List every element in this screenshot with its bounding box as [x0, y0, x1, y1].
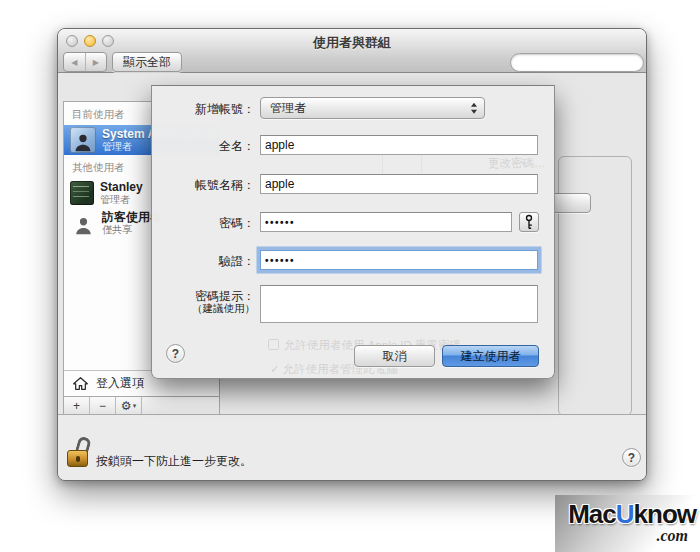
chevron-down-icon: ▾	[133, 402, 137, 410]
search-field[interactable]	[510, 53, 644, 72]
home-icon	[72, 376, 89, 391]
password-hint-note: （建議使用）	[152, 302, 255, 316]
lock-message: 按鎖頭一下防止進一步更改。	[96, 453, 252, 470]
watermark-brand: MacUknow	[555, 501, 696, 527]
sheet-help-button[interactable]: ?	[166, 344, 185, 363]
password-label: 密碼：	[152, 215, 255, 232]
account-type-label: 新增帳號：	[152, 101, 255, 118]
stanley-avatar	[70, 181, 94, 205]
password-hint-field[interactable]	[260, 285, 538, 323]
full-name-field[interactable]	[260, 135, 538, 155]
gear-menu-button[interactable]: ⚙▾	[116, 397, 142, 414]
full-name-label: 全名：	[152, 138, 255, 155]
account-name-field[interactable]	[260, 174, 538, 194]
key-icon	[524, 214, 534, 230]
search-input[interactable]	[516, 55, 647, 70]
page: 使用者與群組 ◀ ▶ 顯示全部 目前使用者 System Admin	[0, 0, 700, 552]
person-icon	[72, 131, 94, 153]
list-controls: + − ⚙▾	[64, 396, 219, 414]
footer-bar: 按鎖頭一下防止進一步更改。 ?	[58, 415, 646, 481]
create-user-button[interactable]: 建立使用者	[442, 345, 539, 367]
user-role: 管理者	[100, 194, 143, 205]
back-icon[interactable]: ◀	[64, 53, 86, 71]
system-admin-avatar	[70, 127, 96, 153]
verify-field[interactable]	[260, 250, 538, 270]
lock-body	[67, 450, 88, 467]
guest-avatar	[70, 210, 96, 236]
history-nav: ◀ ▶	[63, 52, 107, 72]
password-field[interactable]	[260, 212, 512, 232]
verify-label: 驗證：	[152, 253, 255, 270]
titlebar: 使用者與群組 ◀ ▶ 顯示全部	[58, 29, 646, 73]
gear-icon: ⚙	[121, 399, 132, 413]
user-name: Stanley	[100, 181, 143, 194]
show-all-button[interactable]: 顯示全部	[112, 52, 182, 72]
window-title: 使用者與群組	[58, 34, 646, 52]
add-user-button[interactable]: +	[64, 397, 90, 414]
person-icon	[73, 215, 94, 236]
lock-icon[interactable]	[67, 437, 97, 473]
account-type-value: 管理者	[270, 100, 306, 117]
remove-user-button[interactable]: −	[90, 397, 116, 414]
login-options-label: 登入選項	[96, 375, 144, 392]
forward-icon[interactable]: ▶	[86, 53, 107, 71]
account-name-label: 帳號名稱：	[152, 177, 255, 194]
chevron-updown-icon	[471, 103, 477, 114]
watermark-domain: .com	[555, 527, 696, 544]
watermark: MacUknow .com	[555, 495, 700, 552]
new-account-sheet: 更改密碼… 新增帳號： 管理者 全名： 帳號名稱： 密碼： 驗證： 密碼提示： …	[151, 85, 555, 379]
ghost-change-password: 更改密碼…	[488, 156, 546, 171]
account-type-popup[interactable]: 管理者	[260, 97, 485, 119]
users-groups-window: 使用者與群組 ◀ ▶ 顯示全部 目前使用者 System Admin	[57, 28, 647, 481]
cancel-button[interactable]: 取消	[354, 345, 435, 367]
password-assistant-button[interactable]	[519, 212, 539, 232]
help-button[interactable]: ?	[622, 448, 641, 467]
